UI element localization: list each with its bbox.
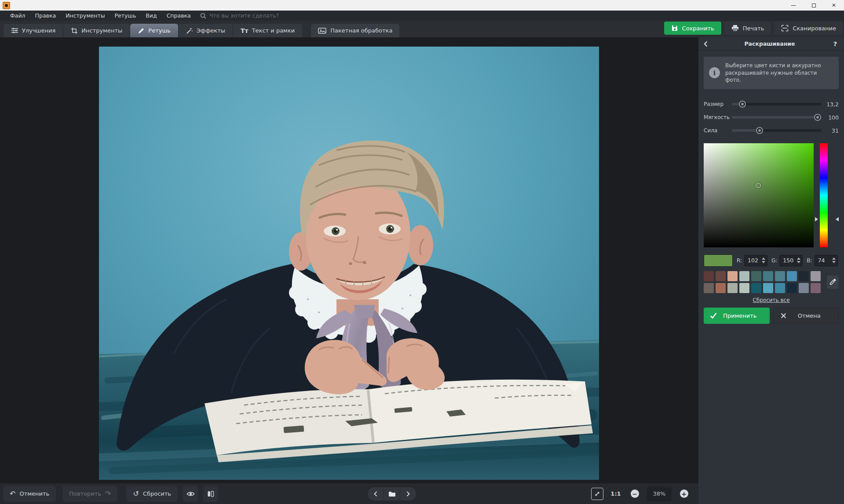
green-input[interactable]: 150 — [779, 255, 803, 266]
slider-thumb[interactable] — [756, 127, 763, 134]
panel-header: Раскрашивание ? — [698, 37, 844, 51]
info-text: Выберите цвет кисти и аккуратно раскраши… — [725, 62, 833, 84]
help-button[interactable]: ? — [832, 40, 839, 47]
scan-button[interactable]: Сканирование — [774, 22, 843, 35]
menu-tools[interactable]: Инструменты — [61, 11, 110, 21]
apply-button[interactable]: Применить — [704, 308, 770, 324]
open-folder-button[interactable] — [384, 487, 400, 500]
fit-to-screen-button[interactable] — [591, 488, 603, 500]
show-original-button[interactable] — [183, 486, 198, 502]
info-box: i Выберите цвет кисти и аккуратно раскра… — [704, 57, 839, 89]
cancel-button[interactable]: Отмена — [773, 308, 839, 324]
info-icon: i — [709, 67, 720, 78]
softness-value: 100 — [821, 114, 839, 121]
color-swatch[interactable] — [704, 271, 714, 281]
color-swatch[interactable] — [739, 283, 749, 293]
color-swatch[interactable] — [811, 271, 821, 281]
menu-edit[interactable]: Правка — [30, 11, 61, 21]
before-after-button[interactable] — [203, 486, 218, 502]
color-swatch[interactable] — [704, 283, 714, 293]
slider-thumb[interactable] — [739, 101, 746, 108]
back-icon[interactable] — [704, 41, 708, 47]
folder-icon — [388, 491, 396, 497]
spin-down-icon[interactable] — [797, 261, 800, 263]
current-color-swatch — [704, 254, 733, 267]
menu-file[interactable]: Файл — [5, 11, 30, 21]
menu-retouch[interactable]: Ретушь — [110, 11, 141, 21]
color-swatch[interactable] — [787, 271, 797, 281]
magic-wand-icon — [186, 27, 193, 34]
size-slider[interactable] — [732, 103, 821, 105]
fit-screen-icon — [595, 491, 600, 497]
save-button[interactable]: Сохранить — [664, 22, 721, 35]
tab-text-frames[interactable]: Тт Текст и рамки — [233, 24, 302, 37]
tab-tools[interactable]: Инструменты — [63, 24, 130, 37]
hue-marker-right[interactable] — [836, 217, 839, 221]
color-swatch[interactable] — [727, 283, 738, 293]
undo-button[interactable]: ↶ Отменить — [3, 486, 56, 502]
save-icon — [671, 25, 678, 32]
hue-strip-wrap — [814, 143, 839, 247]
previous-photo-button[interactable] — [368, 487, 384, 500]
menu-view[interactable]: Вид — [141, 11, 161, 21]
panel-title: Раскрашивание — [708, 40, 832, 47]
slider-thumb[interactable] — [814, 114, 821, 121]
color-swatch[interactable] — [751, 271, 761, 281]
color-swatch[interactable] — [763, 271, 773, 281]
eyedropper-button[interactable] — [827, 276, 839, 289]
color-swatch[interactable] — [811, 283, 821, 293]
minimize-button[interactable]: — — [783, 0, 804, 11]
color-field-cursor[interactable] — [755, 182, 761, 188]
tab-retouch[interactable]: Ретушь — [130, 24, 179, 37]
brush-sliders: Размер 13,2 Мягкость 100 — [704, 99, 839, 136]
batch-processing-button[interactable]: Пакетная обработка — [311, 24, 399, 37]
print-button[interactable]: Печать — [724, 22, 771, 35]
blue-input[interactable]: 74 — [815, 255, 838, 266]
maximize-button[interactable] — [804, 0, 824, 11]
color-swatch[interactable] — [751, 283, 761, 293]
color-swatch[interactable] — [716, 271, 726, 281]
color-swatch[interactable] — [775, 271, 785, 281]
color-swatch[interactable] — [799, 271, 809, 281]
reset-all-link[interactable]: Сбросить все — [753, 297, 789, 303]
spin-up-icon[interactable] — [832, 257, 836, 260]
hue-marker-left[interactable] — [815, 217, 818, 221]
search-input[interactable] — [209, 12, 306, 19]
spin-down-icon[interactable] — [762, 261, 765, 263]
color-swatch[interactable] — [739, 271, 749, 281]
close-button[interactable]: ✕ — [824, 0, 844, 11]
search-box[interactable] — [200, 12, 306, 19]
menu-help[interactable]: Справка — [162, 11, 196, 21]
tab-enhancements[interactable]: Улучшения — [4, 24, 63, 37]
redo-button[interactable]: Повторить ↷ — [62, 486, 117, 502]
apply-label: Применить — [723, 312, 756, 319]
color-swatch[interactable] — [727, 271, 738, 281]
tab-effects[interactable]: Эффекты — [179, 24, 233, 37]
zoom-level[interactable]: 38% — [647, 486, 672, 501]
brush-icon — [138, 27, 145, 34]
spin-up-icon[interactable] — [797, 257, 800, 260]
title-bar: — ✕ — [0, 0, 844, 11]
strength-slider[interactable] — [732, 129, 821, 132]
color-swatch[interactable] — [775, 283, 785, 293]
color-field[interactable] — [704, 143, 814, 247]
hue-strip[interactable] — [820, 143, 828, 247]
color-swatch[interactable] — [716, 283, 726, 293]
spin-up-icon[interactable] — [762, 257, 765, 260]
strength-value: 31 — [821, 127, 839, 134]
tab-label: Инструменты — [81, 27, 122, 34]
reset-button[interactable]: ↺ Сбросить — [126, 486, 178, 502]
color-swatch[interactable] — [799, 283, 809, 293]
red-input[interactable]: 102 — [744, 255, 767, 266]
softness-slider[interactable] — [732, 116, 821, 119]
zoom-out-button[interactable]: − — [628, 487, 641, 500]
photo-canvas[interactable] — [99, 47, 599, 480]
color-swatch[interactable] — [787, 283, 797, 293]
spin-down-icon[interactable] — [832, 261, 836, 263]
next-photo-button[interactable] — [400, 487, 416, 500]
actual-size-button[interactable]: 1:1 — [609, 487, 622, 500]
color-swatch[interactable] — [763, 283, 773, 293]
reset-label: Сбросить — [143, 490, 171, 497]
save-label: Сохранить — [682, 25, 714, 32]
zoom-in-button[interactable]: + — [677, 487, 691, 500]
